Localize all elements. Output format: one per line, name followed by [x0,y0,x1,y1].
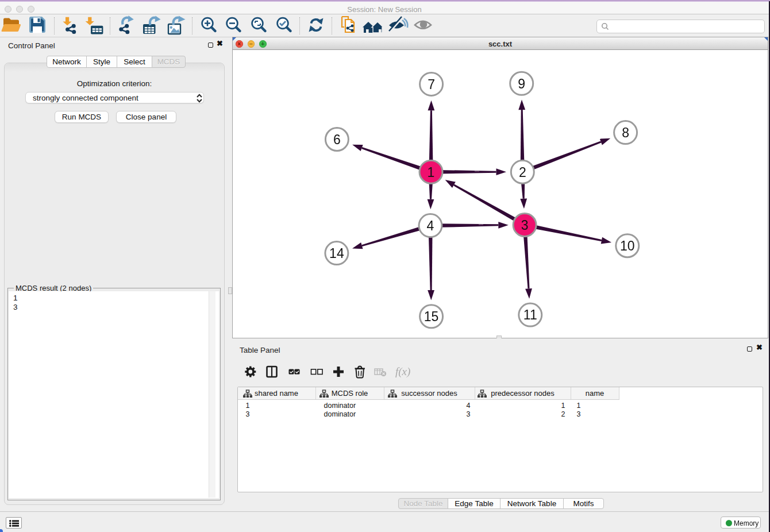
svg-text:6: 6 [333,132,341,147]
svg-text:15: 15 [424,309,439,324]
svg-text:f(x): f(x) [395,365,410,378]
svg-text:9: 9 [518,76,525,91]
svg-text:14: 14 [329,245,344,260]
svg-text:2: 2 [519,164,526,179]
svg-text:8: 8 [622,125,629,140]
svg-text:4: 4 [427,218,434,233]
svg-text:10: 10 [620,238,635,253]
svg-text:7: 7 [428,76,435,91]
svg-text:1: 1 [428,164,435,179]
svg-text:3: 3 [521,217,529,232]
svg-text:11: 11 [523,307,537,322]
